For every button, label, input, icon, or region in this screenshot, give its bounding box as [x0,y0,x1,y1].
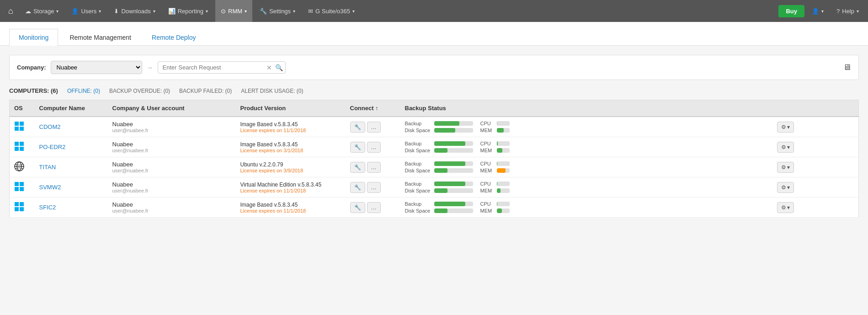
connect-wrench-button[interactable]: 🔧 [350,182,365,193]
buy-button[interactable]: Buy [778,5,804,17]
mem-label-text: MEM [480,188,494,193]
users-icon: 👤 [71,8,79,15]
backup-label: Backup [405,201,431,207]
col-connect[interactable]: Connect ↑ [346,100,400,117]
connect-more-button[interactable]: … [367,162,381,173]
connect-cell: 🔧 … [346,198,400,218]
backup-status-cell: Backup Disk Space CPU [400,177,773,198]
home-button[interactable]: ⌂ [4,6,18,16]
backup-status-cell: Backup Disk Space CPU [400,157,773,177]
disk-progress [434,128,473,133]
product-cell: Ubuntu v.2.2.0.79 License expires on 3/9… [236,157,346,177]
nav-gsuite[interactable]: ✉ G Suite/o365 ▾ [303,0,360,22]
nav-users[interactable]: 👤 Users ▾ [66,0,107,22]
screen-icon[interactable]: 🖥 [843,63,851,72]
col-computer-name[interactable]: Computer Name [35,100,108,117]
clear-icon[interactable]: ✕ [266,64,272,71]
tab-remote-deploy[interactable]: Remote Deploy [143,29,205,46]
cpu-progress [497,141,510,146]
computer-name-link[interactable]: CDOM2 [39,123,61,130]
connect-wrench-button[interactable]: 🔧 [350,122,365,133]
computer-name-link[interactable]: SFIC2 [39,204,56,211]
mem-fill [497,208,502,213]
gear-caret-icon: ▾ [787,184,790,191]
backup-status-cell: Backup Disk Space CPU [400,137,773,157]
backup-progress [434,182,473,186]
settings-button[interactable]: ⚙ ▾ [777,142,794,153]
computer-name-link[interactable]: PO-EDR2 [39,144,66,150]
connect-buttons: 🔧 … [350,142,396,153]
cpu-group: CPU MEM [480,201,510,214]
arrow-icon: → [147,64,153,71]
settings-button[interactable]: ⚙ ▾ [777,122,794,133]
nav-storage[interactable]: ☁ Storage ▾ [20,0,64,22]
os-icon [14,206,24,213]
backup-group: Backup Disk Space [405,141,473,153]
user-menu[interactable]: 👤 ▾ [806,0,829,22]
computer-name-link[interactable]: TITAN [39,164,56,171]
stats-bar: COMPUTERS: (6) OFFLINE: (0) BACKUP OVERD… [9,87,859,94]
connect-cell: 🔧 … [346,177,400,198]
help-menu[interactable]: ? Help ▾ [831,0,864,22]
connect-cell: 🔧 … [346,137,400,157]
nav-settings[interactable]: 🔧 Settings ▾ [254,0,301,22]
svg-rect-7 [20,147,24,151]
disk-label: Disk Space [405,188,431,193]
mem-label-row: MEM [480,148,510,153]
connect-wrench-button[interactable]: 🔧 [350,142,365,153]
backup-label-row: Backup [405,181,473,187]
nav-downloads[interactable]: ⬇ Downloads ▾ [108,0,160,22]
backup-fill [434,202,465,206]
computer-name-cell: TITAN [35,157,108,177]
connect-more-button[interactable]: … [367,142,381,153]
actions-cell: ⚙ ▾ [772,137,858,157]
status-section: Backup Disk Space CPU [405,181,768,193]
disk-label: Disk Space [405,208,431,214]
mem-fill [497,168,506,173]
connect-buttons: 🔧 … [350,202,396,213]
settings-button[interactable]: ⚙ ▾ [777,162,794,173]
connect-more-button[interactable]: … [367,122,381,133]
status-section: Backup Disk Space CPU [405,121,768,133]
company-select[interactable]: Nuabee [51,61,142,74]
cpu-label-row: CPU [480,181,510,187]
cpu-fill [497,182,497,186]
backup-fill [434,121,459,126]
computer-name-link[interactable]: SVMW2 [39,184,61,191]
settings-button[interactable]: ⚙ ▾ [777,182,794,193]
cpu-group: CPU MEM [480,121,510,133]
connect-more-button[interactable]: … [367,202,381,213]
settings-button[interactable]: ⚙ ▾ [777,202,794,213]
nav-reporting[interactable]: 📊 Reporting ▾ [163,0,213,22]
connect-wrench-button[interactable]: 🔧 [350,162,365,173]
reporting-caret-icon: ▾ [206,9,208,14]
connect-more-button[interactable]: … [367,182,381,193]
cpu-fill [497,202,497,206]
backup-group: Backup Disk Space [405,181,473,193]
nav-rmm[interactable]: ⊙ RMM ▾ [215,0,252,22]
mem-fill [497,128,504,133]
connect-wrench-button[interactable]: 🔧 [350,202,365,213]
settings-caret-icon: ▾ [293,9,295,14]
offline-count[interactable]: OFFLINE: (0) [67,88,100,94]
table-row: SVMW2 Nuabee user@nuabee.fr Virtual Mach… [10,177,859,198]
computer-name-cell: SFIC2 [35,198,108,218]
connect-buttons: 🔧 … [350,162,396,173]
cpu-progress [497,161,510,166]
backup-status-cell: Backup Disk Space CPU [400,117,773,137]
users-caret-icon: ▾ [99,9,101,14]
mem-progress [497,208,510,213]
failed-count: BACKUP FAILED: (0) [179,88,232,94]
svg-rect-2 [15,127,19,131]
tab-remote-management[interactable]: Remote Management [60,29,141,46]
search-icon[interactable]: 🔍 [275,64,283,71]
tab-monitoring[interactable]: Monitoring [9,29,58,46]
gear-caret-icon: ▾ [787,164,790,171]
license-info: License expires on 11/1/2018 [240,188,341,193]
mem-label-row: MEM [480,168,510,173]
os-icon [14,126,24,133]
license-info: License expires on 11/1/2018 [240,128,341,133]
col-company-user: Company & User account [108,100,236,117]
sub-navigation: Monitoring Remote Management Remote Depl… [0,22,868,46]
svg-rect-3 [20,127,24,131]
